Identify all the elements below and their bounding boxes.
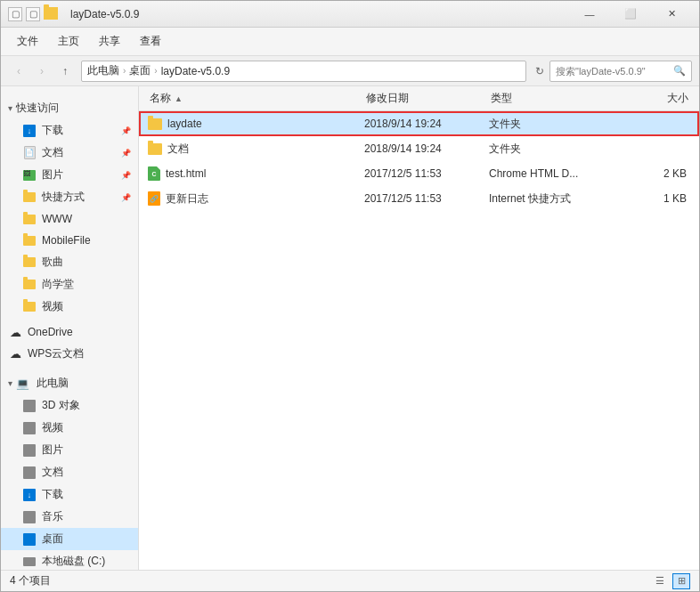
sidebar-item-onedrive[interactable]: ☁ OneDrive [1, 321, 138, 343]
sidebar-item-videos[interactable]: 视频 [1, 296, 138, 318]
folder-icon [148, 118, 162, 130]
folder-icon [22, 233, 37, 247]
col-name-header[interactable]: 名称 ▲ [146, 91, 362, 106]
shortcut-icon: 🔗 [148, 191, 160, 206]
folder-icon [22, 278, 37, 292]
pin-icon: 📌 [121, 193, 131, 202]
menu-home[interactable]: 主页 [49, 30, 88, 53]
nav-buttons: ‹ › ↑ [8, 61, 76, 82]
menu-share[interactable]: 共享 [90, 30, 129, 53]
table-row[interactable]: C test.html 2017/12/5 11:53 Chrome HTML … [139, 161, 699, 186]
file-date-cell: 2017/12/5 11:53 [361, 192, 485, 205]
table-row[interactable]: laydate 2018/9/14 19:24 文件夹 [139, 111, 699, 136]
system-icon-1: ▢ [8, 7, 22, 21]
content-area: 名称 ▲ 修改日期 类型 大小 laydate 2018/9/14 19:24 … [139, 86, 699, 570]
sidebar-item-label: 文档 [42, 145, 63, 160]
sidebar-item-3d[interactable]: 3D 对象 [1, 394, 138, 417]
sidebar-item-label: 歌曲 [42, 255, 63, 270]
sidebar-item-label: OneDrive [28, 326, 73, 338]
sidebar-item-pc-pictures[interactable]: 图片 [1, 439, 138, 461]
close-button[interactable]: ✕ [651, 1, 692, 28]
sidebar-item-pictures[interactable]: 🖼 图片 📌 [1, 164, 138, 186]
file-name: test.html [166, 167, 206, 180]
sidebar-item-download[interactable]: ↓ 下载 📌 [1, 119, 138, 142]
crumb-sep-1: › [123, 66, 126, 76]
sidebar-item-label: 3D 对象 [42, 398, 80, 413]
this-pc-header[interactable]: ▾ 💻 此电脑 [1, 372, 138, 394]
file-list: laydate 2018/9/14 19:24 文件夹 文档 2018/9/14… [139, 111, 699, 570]
search-input[interactable] [556, 66, 670, 77]
file-name-cell: laydate [148, 118, 361, 130]
file-name-cell: 🔗 更新日志 [148, 191, 361, 207]
sidebar-item-label: 图片 [42, 442, 63, 458]
sidebar-item-pc-music[interactable]: 音乐 [1, 506, 138, 528]
file-name: 文档 [167, 142, 189, 157]
file-date-cell: 2017/12/5 11:53 [361, 167, 485, 180]
sidebar-item-pc-videos[interactable]: 视频 [1, 417, 138, 439]
shortcut-icon [22, 191, 37, 205]
col-date-header[interactable]: 修改日期 [362, 91, 487, 106]
sidebar-item-study[interactable]: 尚学堂 [1, 273, 138, 296]
expand-icon: ▾ [8, 103, 12, 113]
title-folder-icon [44, 7, 58, 20]
file-size-cell: 2 KB [619, 167, 690, 180]
sidebar-item-label: 视频 [42, 420, 63, 435]
col-size-header[interactable]: 大小 [621, 91, 692, 106]
sidebar-item-label: 快捷方式 [42, 190, 85, 205]
minimize-button[interactable]: — [569, 1, 610, 28]
maximize-button[interactable]: ⬜ [610, 1, 651, 28]
onedrive-icon: ☁ [8, 325, 22, 339]
sort-asc-icon: ▲ [175, 94, 183, 103]
file-type-cell: 文件夹 [485, 142, 619, 157]
menu-view[interactable]: 查看 [131, 30, 170, 53]
sidebar-item-label: 桌面 [42, 531, 63, 547]
sidebar-item-pc-docs[interactable]: 文档 [1, 461, 138, 483]
quick-access-header[interactable]: ▾ 快速访问 [1, 97, 138, 119]
sidebar-item-www[interactable]: WWW [1, 208, 138, 230]
refresh-button[interactable]: ↻ [535, 65, 544, 77]
sidebar-item-drive-c[interactable]: 本地磁盘 (C:) [1, 550, 138, 570]
address-bar: ‹ › ↑ 此电脑 › 桌面 › layDate-v5.0.9 ↻ 🔍 [1, 56, 699, 86]
menu-bar: 文件 主页 共享 查看 [1, 28, 699, 56]
sidebar-item-mobilefile[interactable]: MobileFile [1, 230, 138, 251]
file-size-cell: 1 KB [619, 192, 690, 205]
folder-icon [148, 143, 162, 155]
details-view-button[interactable]: ⊞ [672, 573, 690, 589]
sidebar-item-music[interactable]: 歌曲 [1, 251, 138, 273]
file-name: laydate [167, 118, 202, 130]
menu-file[interactable]: 文件 [8, 30, 47, 53]
window-title: layDate-v5.0.9 [70, 8, 569, 20]
list-view-button[interactable]: ☰ [651, 573, 669, 589]
sidebar-item-pc-downloads[interactable]: ↓ 下载 [1, 483, 138, 506]
col-type-header[interactable]: 类型 [487, 91, 621, 106]
up-button[interactable]: ↑ [54, 61, 76, 82]
breadcrumb: 此电脑 › 桌面 › layDate-v5.0.9 [87, 63, 230, 78]
address-box[interactable]: 此电脑 › 桌面 › layDate-v5.0.9 [81, 61, 526, 82]
quick-access-section: ▾ 快速访问 ↓ 下载 📌 📄 文档 📌 [1, 97, 138, 318]
crumb-pc[interactable]: 此电脑 [87, 63, 119, 78]
sidebar-item-desktop[interactable]: 桌面 [1, 528, 138, 550]
3d-icon [22, 399, 37, 413]
sidebar-item-label: 图片 [42, 167, 63, 182]
pin-icon: 📌 [121, 126, 131, 135]
desktop-icon [22, 532, 37, 547]
html-icon: C [148, 166, 160, 181]
sidebar-item-docs[interactable]: 📄 文档 📌 [1, 142, 138, 164]
crumb-folder[interactable]: layDate-v5.0.9 [161, 65, 230, 77]
quick-access-label: 快速访问 [16, 101, 59, 116]
sidebar-item-shortcuts[interactable]: 快捷方式 📌 [1, 186, 138, 208]
sidebar-item-wps-cloud[interactable]: ☁ WPS云文档 [1, 343, 138, 365]
table-row[interactable]: 文档 2018/9/14 19:24 文件夹 [139, 136, 699, 161]
crumb-sep-2: › [154, 66, 157, 76]
search-box[interactable]: 🔍 [549, 61, 692, 82]
table-row[interactable]: 🔗 更新日志 2017/12/5 11:53 Internet 快捷方式 1 K… [139, 186, 699, 211]
download-icon: ↓ [22, 124, 37, 138]
crumb-desktop[interactable]: 桌面 [129, 63, 151, 78]
wps-icon: ☁ [8, 347, 22, 361]
back-button[interactable]: ‹ [8, 61, 29, 82]
music-icon [22, 255, 37, 270]
search-icon[interactable]: 🔍 [673, 65, 686, 77]
file-type-cell: 文件夹 [485, 117, 619, 132]
forward-button[interactable]: › [31, 61, 53, 82]
docs-icon: 📄 [22, 146, 37, 160]
